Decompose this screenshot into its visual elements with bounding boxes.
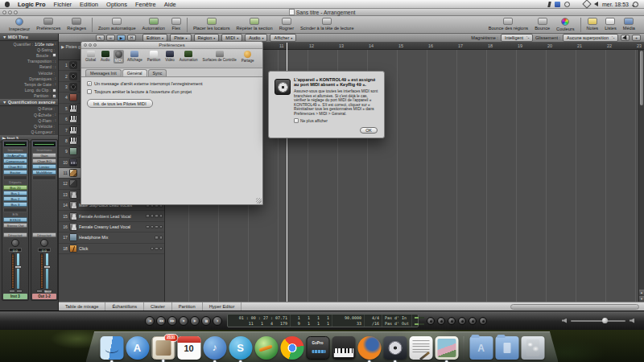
menu-edition[interactable]: Edition xyxy=(76,1,102,8)
midi-thru-header[interactable]: ▼ MIDI Thru xyxy=(0,34,58,41)
checkbox[interactable] xyxy=(52,88,56,93)
preferences-title-bar[interactable]: Préférences xyxy=(81,42,262,49)
fader[interactable] xyxy=(17,253,19,289)
track-button[interactable] xyxy=(159,225,163,229)
group-slot[interactable]: Désactivé xyxy=(32,232,56,237)
scroll-up-arrow[interactable]: ▲ xyxy=(639,290,644,295)
rewind-button[interactable]: ◀◀ xyxy=(156,316,166,326)
transport-lcd[interactable]: 01 : 00 : 27 : 07.7111 1 4 179 1 1 1 19 … xyxy=(227,314,419,327)
empty-slot[interactable] xyxy=(32,175,56,180)
prefs-icon-partition[interactable]: Partition xyxy=(146,50,163,63)
stop-button[interactable]: ■ xyxy=(179,316,188,326)
spotlight-icon[interactable] xyxy=(633,2,638,7)
dock-icon-textedit[interactable] xyxy=(409,336,432,360)
prefs-tab-messages-init[interactable]: Messages Init xyxy=(85,69,122,76)
bus-20-slot[interactable]: Bus 20 xyxy=(3,185,27,190)
arrange-menu-afficher[interactable]: Afficher xyxy=(270,34,296,42)
dock-icon-midi-keyboard[interactable] xyxy=(332,336,355,360)
chan-eq-slot[interactable]: Chan EQ xyxy=(32,158,56,163)
dock-icon-mail[interactable]: 2131 xyxy=(151,336,175,360)
zoom-window-button[interactable] xyxy=(14,10,18,14)
multimeter-slot[interactable]: MultiMeter xyxy=(32,170,56,175)
advanced-quantize-header[interactable]: ▼ Quantification avancée xyxy=(0,99,58,106)
param-q-echelle[interactable]: Q-Échelle :↕ xyxy=(0,112,58,117)
track-row-18[interactable]: 18Click xyxy=(59,244,164,254)
scroll-down-arrow[interactable]: ▼ xyxy=(639,296,644,302)
stepper-icon[interactable]: ↕ xyxy=(55,82,56,86)
toolbar-button-media[interactable]: Média xyxy=(620,18,638,31)
prefs-icon-global[interactable]: Global xyxy=(84,50,97,63)
lcd-position-display[interactable]: 01 : 00 : 27 : 07.7111 1 4 179 xyxy=(228,315,291,327)
minimize-window-button[interactable] xyxy=(8,10,12,14)
stepper-icon[interactable]: ↕ xyxy=(55,76,56,80)
dock-icon-itunes[interactable] xyxy=(203,336,226,360)
vertical-scrollbar[interactable]: ▲ ▼ xyxy=(638,50,644,302)
toolbar-button-couleurs[interactable]: Couleurs xyxy=(553,18,577,31)
param-boucle[interactable]: Boucle : xyxy=(0,52,58,58)
param-q-longueur[interactable]: Q-Longueur : xyxy=(0,130,58,135)
toolbar-button-listes[interactable]: Listes xyxy=(601,18,620,31)
param-q-force[interactable]: Q-Force : xyxy=(0,106,58,112)
stepper-icon[interactable]: ↕ xyxy=(55,118,56,122)
chan-eq-slot[interactable]: Chan EQ xyxy=(3,164,27,169)
volume-icon[interactable] xyxy=(594,2,598,6)
menu-fichier[interactable]: Fichier xyxy=(50,1,76,8)
track-button[interactable] xyxy=(155,247,159,251)
menubar-clock[interactable]: mer. 18:53 xyxy=(602,2,629,7)
menu-options[interactable]: Options xyxy=(102,1,131,8)
param-retard[interactable]: Retard :↕ xyxy=(0,64,58,70)
toolbar-button-bounce[interactable]: Bounce xyxy=(531,18,553,31)
toolbar-button-flex[interactable]: Flex xyxy=(168,18,184,31)
dock-icon-documents-folder[interactable] xyxy=(495,336,518,360)
track-button[interactable] xyxy=(151,214,155,218)
menu-aide[interactable]: Aide xyxy=(160,1,180,8)
track-button[interactable] xyxy=(155,214,159,218)
vertical-scroll-thumb[interactable] xyxy=(640,51,643,105)
resize-grip[interactable] xyxy=(256,198,262,204)
track-button[interactable] xyxy=(159,247,163,251)
prefs-checkbox[interactable]: ✓ xyxy=(87,81,92,86)
toolbar-button-preferences[interactable]: Préférences xyxy=(33,18,64,31)
stereo-out-slot[interactable]: Stereo Out xyxy=(3,223,27,228)
param-q-velocite[interactable]: Q-Vélocité : xyxy=(0,123,58,129)
secondary-tool-button[interactable]: + xyxy=(632,35,641,41)
record-button[interactable]: ● xyxy=(213,316,222,326)
bus-2-slot[interactable]: Bus 2 xyxy=(3,196,27,201)
input-menu-icon[interactable] xyxy=(555,2,560,7)
dock-icon-calendar[interactable]: 10 xyxy=(177,336,200,360)
param-velocite[interactable]: Vélocité : xyxy=(0,70,58,76)
prefs-icon-partage[interactable]: Partage xyxy=(240,50,256,64)
editor-tab-hyper-editor[interactable]: Hyper Editor xyxy=(203,302,242,311)
track-button[interactable] xyxy=(151,247,155,251)
drag-select[interactable]: Aucune superposition xyxy=(563,34,618,42)
dock-icon-chrome[interactable] xyxy=(280,336,303,360)
solo-button[interactable] xyxy=(458,317,466,325)
bounce-button[interactable]: Bnce xyxy=(43,290,52,294)
stepper-icon[interactable]: ↕ xyxy=(55,42,56,46)
toolbar-button-reglages[interactable]: Réglages xyxy=(64,18,89,31)
param-q-flam[interactable]: Q-Flam :↕ xyxy=(0,117,58,123)
prefs-icon-midi[interactable]: MIDI xyxy=(114,50,125,64)
dock-icon-disc-app[interactable] xyxy=(383,336,407,360)
track-row-17[interactable]: 17Headphone Mix xyxy=(59,232,164,243)
pointer-tool-button[interactable] xyxy=(621,35,630,41)
dock-icon-finder[interactable] xyxy=(100,336,123,360)
eq-thumbnail[interactable] xyxy=(3,141,27,147)
fader-thumb[interactable] xyxy=(14,265,22,269)
toolbar-button-placer-les-locators[interactable]: Placer les locators xyxy=(190,18,233,31)
lcd-locators-display[interactable]: 1 1 1 19 1 1 1 xyxy=(291,315,332,327)
eq-thumbnail[interactable] xyxy=(32,141,56,147)
track-button[interactable] xyxy=(159,214,163,218)
forward-button[interactable]: ▶▶ xyxy=(167,316,177,326)
stepper-icon[interactable]: ↕ xyxy=(55,60,56,64)
param-quantifier[interactable]: Quantifier :1/16e note↕ xyxy=(0,41,58,47)
editor-tab-clavier[interactable]: Clavier xyxy=(144,302,172,311)
dock-icon-skype[interactable] xyxy=(229,336,252,360)
prefs-icon-audio[interactable]: Audio xyxy=(99,50,112,63)
apple-menu-icon[interactable] xyxy=(5,2,10,7)
lcd-signature-display[interactable]: 4/4/16 xyxy=(365,315,382,327)
strip-button[interactable] xyxy=(9,290,15,294)
fader[interactable] xyxy=(46,253,48,289)
h-icon[interactable]: H xyxy=(127,35,136,41)
volume-control[interactable] xyxy=(562,319,634,323)
